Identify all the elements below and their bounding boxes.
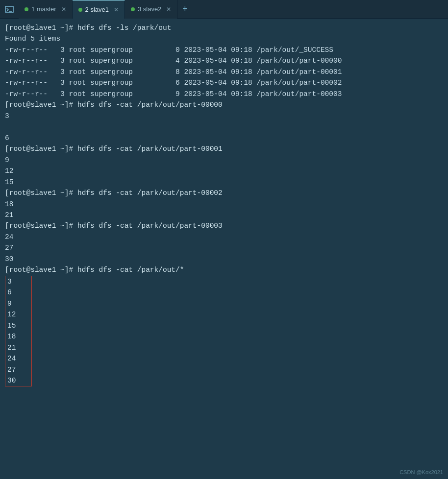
hl-val-24: 24 [7,353,29,364]
cmd-cat-00002: [root@slave1 ~]# hdfs dfs -cat /park/out… [5,188,443,198]
tab-close-master[interactable]: ✕ [61,6,66,13]
hl-val-12: 12 [7,309,29,320]
hl-val-21: 21 [7,342,29,353]
cmd-cat-00001: [root@slave1 ~]# hdfs dfs -cat /park/out… [5,144,443,154]
tab-close-slave2[interactable]: ✕ [166,6,171,13]
add-tab-button[interactable]: + [177,0,192,19]
tab-slave1[interactable]: 2 slave1 ✕ [73,0,125,19]
hl-val-9: 9 [7,298,29,309]
highlighted-output-block: 3 6 9 12 15 18 21 24 27 30 [5,276,32,387]
output-part-00001: -rw-r--r-- 3 root supergroup 8 2023-05-0… [5,67,443,77]
terminal-icon [2,0,17,19]
tab-dot-slave2 [131,7,135,11]
val-9a: 9 [5,155,443,166]
output-part-00003: -rw-r--r-- 3 root supergroup 9 2023-05-0… [5,89,443,99]
hl-val-15: 15 [7,320,29,331]
cmd-line-ls: [root@slave1 ~]# hdfs dfs -ls /park/out [5,23,443,33]
tab-dot-master [25,7,28,11]
tab-close-slave1[interactable]: ✕ [114,6,119,13]
output-part-00002: -rw-r--r-- 3 root supergroup 6 2023-05-0… [5,77,443,88]
tab-bar: 1 master ✕ 2 slave1 ✕ 3 slave2 ✕ + [0,0,448,19]
watermark: CSDN @Kox2021 [399,469,443,475]
output-part-00000: -rw-r--r-- 3 root supergroup 4 2023-05-0… [5,55,443,66]
val-empty1 [5,121,443,132]
terminal-area: [root@slave1 ~]# hdfs dfs -ls /park/out … [0,19,448,479]
tab-dot-slave1 [78,8,82,12]
hl-val-6: 6 [7,287,29,298]
output-found-items: Found 5 items [5,33,443,44]
cmd-cat-wildcard: [root@slave1 ~]# hdfs dfs -cat /park/out… [5,264,443,275]
val-3a: 3 [5,111,443,121]
val-30a: 30 [5,254,443,264]
tab-slave2[interactable]: 3 slave2 ✕ [125,0,177,19]
tab-label-slave1: 2 slave1 [85,6,109,13]
cmd-cat-00000: [root@slave1 ~]# hdfs dfs -cat /park/out… [5,99,443,110]
hl-val-3: 3 [7,276,29,287]
val-18a: 18 [5,199,443,210]
hl-val-27: 27 [7,364,29,375]
hl-val-30: 30 [7,375,29,386]
val-6a: 6 [5,133,443,144]
val-21a: 21 [5,210,443,220]
val-24a: 24 [5,232,443,242]
tab-label-slave2: 3 slave2 [138,5,161,13]
tab-master[interactable]: 1 master ✕ [19,0,73,19]
tab-label-master: 1 master [31,5,56,13]
val-15a: 15 [5,177,443,188]
hl-val-18: 18 [7,331,29,342]
val-27a: 27 [5,242,443,253]
cmd-cat-00003: [root@slave1 ~]# hdfs dfs -cat /park/out… [5,220,443,231]
output-success: -rw-r--r-- 3 root supergroup 0 2023-05-0… [5,45,443,55]
val-12a: 12 [5,166,443,176]
